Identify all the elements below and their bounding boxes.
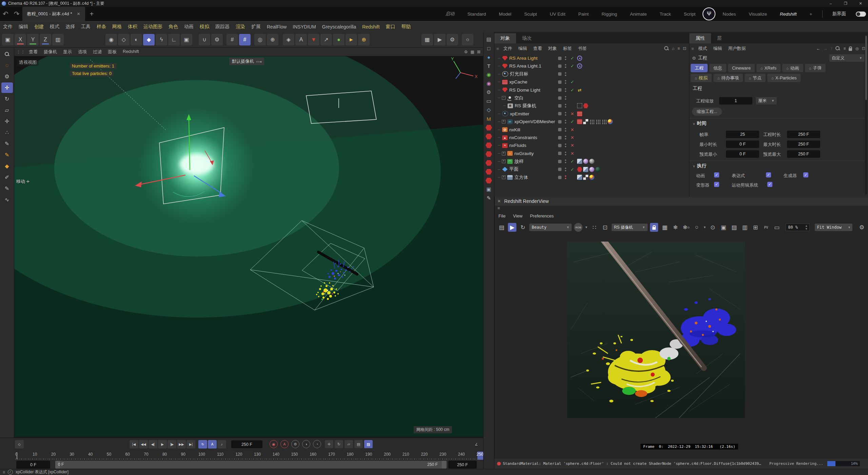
viewport-menu-过滤[interactable]: 过滤 [90, 49, 105, 55]
menu-文件[interactable]: 文件 [0, 24, 16, 30]
insydium-cursor-icon[interactable]: ► [346, 34, 357, 45]
next-frame-button[interactable]: |▶ [167, 440, 176, 449]
grid-icon[interactable]: # [226, 34, 238, 45]
om-menu-文件[interactable]: 文件 [500, 45, 515, 52]
field-最大时长[interactable]: 250 F [787, 140, 820, 148]
layout-tab-启动[interactable]: 启动 [439, 7, 461, 21]
move-tool-icon[interactable]: ✛ [1, 82, 13, 93]
om-menu-查看[interactable]: 查看 [530, 45, 545, 52]
field-预览最小[interactable]: 0 F [726, 150, 759, 158]
layer-color-swatch[interactable] [558, 112, 561, 115]
search-icon[interactable] [835, 46, 840, 51]
background-image-icon[interactable]: ▥ [741, 223, 749, 232]
mode-texture-icon[interactable]: ◐ [131, 34, 142, 45]
expand-toggle[interactable]: - [502, 96, 506, 100]
menu-网格[interactable]: 网格 [109, 24, 125, 30]
visibility-dots[interactable] [565, 120, 566, 124]
pen-arc-icon[interactable]: ✎ [1, 138, 13, 149]
sphere-blue-icon[interactable]: ● [487, 53, 490, 61]
visibility-dots[interactable] [565, 88, 566, 92]
checkbox-变形器[interactable]: ✓ [714, 182, 719, 187]
visibility-dots[interactable] [565, 152, 566, 155]
tsphere-tag-icon[interactable] [589, 167, 594, 172]
rscam-tag-icon[interactable] [583, 103, 588, 108]
add-image-icon[interactable]: ⊞ [751, 223, 760, 232]
undo-icon[interactable]: ↶ [0, 10, 11, 18]
layer-color-swatch[interactable] [558, 144, 561, 147]
export-arrow-icon[interactable]: ↗ [320, 34, 332, 45]
minimize-button[interactable]: – [823, 0, 838, 7]
viewport-gear-icon[interactable]: ⚙ [464, 50, 468, 54]
layer-color-swatch[interactable] [558, 96, 561, 100]
render-picture-viewer-icon[interactable]: ▶ [434, 34, 446, 45]
layout-tab-+[interactable]: + [803, 7, 819, 21]
dsphere-tag-icon[interactable] [595, 167, 600, 172]
field-帧率[interactable]: 25 [726, 131, 759, 138]
up-icon[interactable]: ↑ [830, 46, 832, 51]
menu-Redshift[interactable]: Redshift [359, 24, 382, 30]
viewport-menu-显示[interactable]: 显示 [60, 49, 75, 55]
chevron-down-icon[interactable]: ▼ [585, 226, 588, 229]
checkbox-表达式[interactable]: ✓ [766, 172, 771, 177]
cube-corner-icon[interactable]: ▣ [486, 185, 491, 194]
mode-tweak-icon[interactable]: ◉ [105, 34, 117, 45]
mode-animation-icon[interactable]: ϟ [156, 34, 167, 45]
om-menu-标签[interactable]: 标签 [560, 45, 575, 52]
layer-color-swatch[interactable] [558, 120, 561, 124]
ipr-play-icon[interactable]: ▶ [508, 223, 516, 232]
object-row[interactable]: RS Dome Light✓⇄ [494, 86, 689, 94]
checkbox-动画[interactable]: ✓ [714, 172, 719, 177]
goto-start-button[interactable]: |◀ [130, 440, 138, 449]
kf-pla-icon[interactable]: ▨ [364, 440, 373, 448]
rs-material-icon[interactable] [486, 176, 492, 185]
material-m-icon[interactable]: M [487, 114, 491, 123]
layout-tab-standard[interactable]: Standard [461, 7, 493, 21]
layer-color-swatch[interactable] [558, 72, 561, 76]
expand-toggle[interactable]: + [502, 175, 506, 179]
prev-key-button[interactable]: ◀◀ [139, 440, 148, 449]
menu-Greyscalegorilla[interactable]: Greyscalegorilla [319, 24, 359, 30]
viewport-grid-icon[interactable]: ▦ [471, 50, 474, 54]
object-row[interactable]: xpCache✓ [494, 78, 689, 86]
object-row[interactable]: RS Area Light✓ [494, 54, 689, 62]
visibility-dots[interactable] [565, 56, 566, 60]
timeline-ruler[interactable]: 0102030405060708090100110120130140150160… [0, 451, 483, 460]
menu-模式[interactable]: 模式 [47, 24, 62, 30]
viewport-menu-摄像机[interactable]: 摄像机 [41, 49, 60, 55]
axis-modify-icon[interactable]: ∟ [168, 34, 180, 45]
object-row[interactable]: RS 摄像机 [494, 102, 694, 110]
voxel-pen-icon[interactable]: ◆ [1, 161, 13, 171]
record-extra-icon[interactable]: ◔ [313, 440, 321, 448]
render-view-icon[interactable]: ▦ [421, 34, 433, 45]
chevron-down-icon[interactable]: ▼ [703, 226, 706, 229]
menu-角色[interactable]: 角色 [165, 24, 181, 30]
menu-动画[interactable]: 动画 [181, 24, 197, 30]
object-row[interactable]: xpEmitter✕ [494, 110, 689, 118]
focus-icon[interactable]: ⊙ [709, 223, 717, 232]
dash-tag-icon[interactable] [577, 103, 582, 108]
goto-end-button[interactable]: ▶| [186, 440, 195, 449]
material-ball-icon[interactable]: ○ [462, 34, 473, 45]
render-start-icon[interactable]: ▤ [497, 223, 506, 232]
new-document-button[interactable]: + [85, 10, 99, 18]
enabled-check-icon[interactable]: ✓ [570, 119, 575, 124]
attr-tab-Cineware[interactable]: Cineware [728, 64, 755, 72]
attr-menu-模式[interactable]: 模式 [695, 45, 710, 52]
visibility-dots[interactable] [565, 144, 566, 147]
circle-compare-icon[interactable]: ○ [693, 223, 701, 232]
viewport-menu-查看[interactable]: 查看 [26, 49, 41, 55]
rs-material-icon[interactable] [486, 123, 492, 132]
menu-RealFlow[interactable]: RealFlow [264, 24, 290, 30]
pane-icon[interactable]: ▤ [486, 35, 491, 44]
layout-tab-visualize[interactable]: Visualize [742, 7, 773, 21]
target-tag-icon[interactable] [577, 56, 582, 61]
points-move-icon[interactable]: ∴ [1, 127, 13, 138]
stack-tag-icon[interactable] [577, 111, 582, 116]
menu-选择[interactable]: 选择 [62, 24, 78, 30]
menu-窗口[interactable]: 窗口 [383, 24, 398, 30]
rotate-tool-icon[interactable]: ↻ [1, 94, 13, 104]
visibility-dots[interactable] [565, 96, 566, 100]
checker-tag-icon[interactable] [583, 175, 588, 180]
kf-parameter-icon[interactable]: ▤ [354, 440, 363, 448]
enabled-check-icon[interactable]: ✓ [570, 79, 575, 84]
